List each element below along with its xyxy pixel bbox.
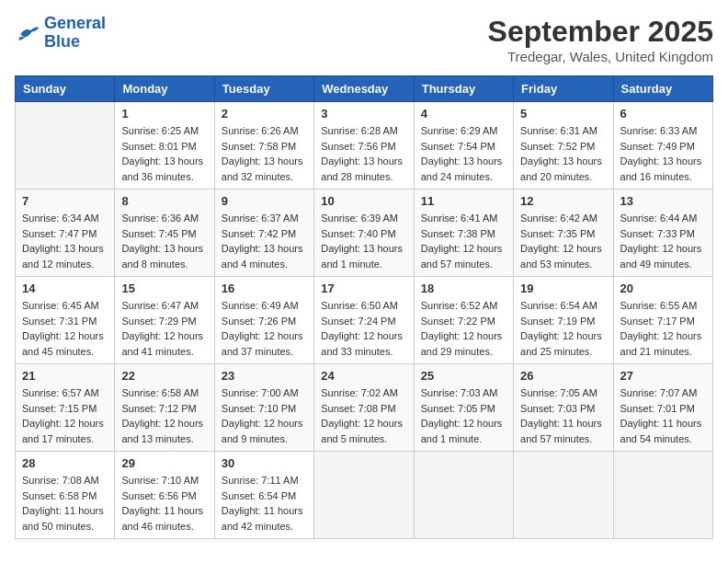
calendar-cell: 11 Sunrise: 6:41 AM Sunset: 7:38 PM Dayl…	[414, 190, 513, 277]
day-number: 21	[22, 369, 108, 383]
day-number: 3	[321, 107, 406, 121]
sunrise: Sunrise: 7:00 AM	[222, 387, 299, 398]
daylight: Daylight: 12 hours and 13 minutes.	[121, 418, 203, 444]
sunset: Sunset: 7:29 PM	[121, 316, 196, 327]
sunrise: Sunrise: 6:36 AM	[121, 213, 199, 224]
calendar-header-saturday: Saturday	[613, 76, 712, 102]
sunrise: Sunrise: 6:37 AM	[222, 213, 299, 224]
day-info: Sunrise: 7:03 AM Sunset: 7:05 PM Dayligh…	[421, 385, 506, 446]
daylight: Daylight: 12 hours and 21 minutes.	[620, 330, 702, 357]
sunset: Sunset: 6:58 PM	[22, 490, 97, 501]
day-info: Sunrise: 6:42 AM Sunset: 7:35 PM Dayligh…	[520, 211, 606, 271]
sunset: Sunset: 7:01 PM	[620, 403, 695, 414]
day-number: 26	[520, 369, 606, 383]
calendar-cell: 4 Sunrise: 6:29 AM Sunset: 7:54 PM Dayli…	[414, 102, 513, 190]
day-info: Sunrise: 6:49 AM Sunset: 7:26 PM Dayligh…	[222, 298, 307, 359]
calendar-header-monday: Monday	[115, 76, 214, 102]
calendar-cell: 1 Sunrise: 6:25 AM Sunset: 8:01 PM Dayli…	[115, 102, 214, 190]
calendar-cell	[314, 452, 414, 539]
daylight: Daylight: 12 hours and 41 minutes.	[121, 330, 203, 357]
sunrise: Sunrise: 6:52 AM	[421, 300, 498, 311]
daylight: Daylight: 13 hours and 32 minutes.	[222, 155, 303, 182]
daylight: Daylight: 12 hours and 45 minutes.	[22, 330, 104, 357]
day-number: 8	[121, 194, 207, 208]
calendar-week-1: 1 Sunrise: 6:25 AM Sunset: 8:01 PM Dayli…	[16, 102, 713, 190]
daylight: Daylight: 11 hours and 54 minutes.	[620, 418, 702, 444]
calendar-cell: 24 Sunrise: 7:02 AM Sunset: 7:08 PM Dayl…	[314, 364, 414, 452]
day-number: 11	[421, 194, 506, 208]
daylight: Daylight: 13 hours and 28 minutes.	[321, 155, 403, 182]
daylight: Daylight: 12 hours and 53 minutes.	[520, 243, 602, 270]
day-info: Sunrise: 6:28 AM Sunset: 7:56 PM Dayligh…	[321, 123, 406, 184]
sunset: Sunset: 6:56 PM	[121, 490, 196, 501]
daylight: Daylight: 13 hours and 4 minutes.	[222, 243, 303, 270]
sunset: Sunset: 7:40 PM	[321, 228, 395, 239]
sunrise: Sunrise: 7:03 AM	[421, 387, 498, 398]
day-number: 12	[520, 194, 606, 208]
day-info: Sunrise: 7:11 AM Sunset: 6:54 PM Dayligh…	[222, 473, 307, 534]
sunrise: Sunrise: 6:49 AM	[222, 300, 299, 311]
day-number: 6	[620, 107, 706, 121]
calendar-cell: 25 Sunrise: 7:03 AM Sunset: 7:05 PM Dayl…	[414, 364, 513, 452]
sunset: Sunset: 7:45 PM	[121, 228, 196, 239]
day-info: Sunrise: 7:08 AM Sunset: 6:58 PM Dayligh…	[22, 473, 108, 534]
sunset: Sunset: 7:35 PM	[520, 228, 595, 239]
sunset: Sunset: 7:42 PM	[222, 228, 296, 239]
daylight: Daylight: 13 hours and 36 minutes.	[121, 155, 203, 182]
daylight: Daylight: 13 hours and 24 minutes.	[421, 155, 503, 182]
day-info: Sunrise: 7:10 AM Sunset: 6:56 PM Dayligh…	[121, 473, 207, 534]
sunrise: Sunrise: 6:34 AM	[22, 213, 99, 224]
sunrise: Sunrise: 6:31 AM	[520, 125, 597, 136]
sunrise: Sunrise: 6:45 AM	[22, 300, 99, 311]
day-info: Sunrise: 6:37 AM Sunset: 7:42 PM Dayligh…	[222, 211, 307, 271]
day-number: 19	[520, 282, 606, 295]
sunrise: Sunrise: 6:39 AM	[321, 213, 398, 224]
sunset: Sunset: 7:33 PM	[620, 228, 695, 239]
calendar-cell: 30 Sunrise: 7:11 AM Sunset: 6:54 PM Dayl…	[214, 452, 313, 539]
day-info: Sunrise: 7:05 AM Sunset: 7:03 PM Dayligh…	[520, 385, 606, 446]
calendar-cell: 18 Sunrise: 6:52 AM Sunset: 7:22 PM Dayl…	[414, 277, 513, 364]
daylight: Daylight: 13 hours and 20 minutes.	[520, 155, 602, 182]
day-info: Sunrise: 7:00 AM Sunset: 7:10 PM Dayligh…	[222, 385, 307, 446]
sunrise: Sunrise: 7:11 AM	[222, 475, 299, 486]
day-number: 14	[22, 282, 108, 295]
day-number: 15	[121, 282, 207, 295]
calendar-cell: 6 Sunrise: 6:33 AM Sunset: 7:49 PM Dayli…	[613, 102, 712, 190]
calendar-header-row: SundayMondayTuesdayWednesdayThursdayFrid…	[16, 76, 713, 102]
day-number: 27	[620, 369, 706, 383]
daylight: Daylight: 12 hours and 25 minutes.	[520, 330, 602, 357]
daylight: Daylight: 11 hours and 46 minutes.	[121, 505, 203, 532]
calendar-cell: 9 Sunrise: 6:37 AM Sunset: 7:42 PM Dayli…	[214, 190, 313, 277]
calendar-cell: 15 Sunrise: 6:47 AM Sunset: 7:29 PM Dayl…	[115, 277, 214, 364]
sunrise: Sunrise: 6:33 AM	[620, 125, 698, 136]
calendar-cell: 26 Sunrise: 7:05 AM Sunset: 7:03 PM Dayl…	[514, 364, 613, 452]
day-number: 16	[222, 282, 307, 295]
sunset: Sunset: 7:31 PM	[22, 316, 97, 327]
day-info: Sunrise: 6:47 AM Sunset: 7:29 PM Dayligh…	[121, 298, 207, 359]
sunrise: Sunrise: 6:25 AM	[121, 125, 199, 136]
sunrise: Sunrise: 6:41 AM	[421, 213, 498, 224]
daylight: Daylight: 11 hours and 50 minutes.	[22, 505, 104, 532]
day-info: Sunrise: 7:07 AM Sunset: 7:01 PM Dayligh…	[620, 385, 706, 446]
calendar-cell: 20 Sunrise: 6:55 AM Sunset: 7:17 PM Dayl…	[613, 277, 712, 364]
day-info: Sunrise: 6:26 AM Sunset: 7:58 PM Dayligh…	[222, 123, 307, 184]
sunset: Sunset: 7:15 PM	[22, 403, 97, 414]
day-info: Sunrise: 6:31 AM Sunset: 7:52 PM Dayligh…	[520, 123, 606, 184]
sunset: Sunset: 7:05 PM	[421, 403, 495, 414]
day-info: Sunrise: 6:33 AM Sunset: 7:49 PM Dayligh…	[620, 123, 706, 184]
day-info: Sunrise: 6:45 AM Sunset: 7:31 PM Dayligh…	[22, 298, 108, 359]
location: Tredegar, Wales, United Kingdom	[488, 49, 713, 64]
sunrise: Sunrise: 6:28 AM	[321, 125, 398, 136]
sunset: Sunset: 7:17 PM	[620, 316, 695, 327]
sunrise: Sunrise: 6:54 AM	[520, 300, 597, 311]
calendar-cell	[613, 452, 712, 539]
title-block: September 2025 Tredegar, Wales, United K…	[488, 15, 713, 64]
daylight: Daylight: 12 hours and 49 minutes.	[620, 243, 702, 270]
day-info: Sunrise: 6:29 AM Sunset: 7:54 PM Dayligh…	[421, 123, 506, 184]
daylight: Daylight: 12 hours and 37 minutes.	[222, 330, 303, 357]
calendar-cell: 7 Sunrise: 6:34 AM Sunset: 7:47 PM Dayli…	[16, 190, 115, 277]
day-info: Sunrise: 6:50 AM Sunset: 7:24 PM Dayligh…	[321, 298, 406, 359]
calendar-header-sunday: Sunday	[16, 76, 115, 102]
sunrise: Sunrise: 7:10 AM	[121, 475, 199, 486]
sunset: Sunset: 8:01 PM	[121, 141, 196, 152]
